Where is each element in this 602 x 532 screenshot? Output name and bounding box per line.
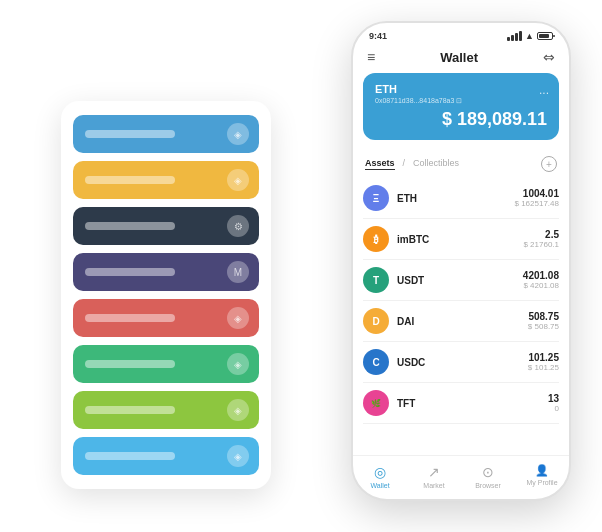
asset-values-usdt: 4201.08 $ 4201.08: [523, 270, 559, 290]
asset-amount-usdt: 4201.08: [523, 270, 559, 281]
asset-values-dai: 508.75 $ 508.75: [528, 311, 559, 331]
nav-wallet[interactable]: ◎ Wallet: [353, 464, 407, 489]
asset-row-imbtc[interactable]: ₿ imBTC 2.5 $ 21760.1: [363, 219, 559, 260]
asset-amount-imbtc: 2.5: [523, 229, 559, 240]
phone-mockup: 9:41 ▲ ≡ Wallet ⇔ ET: [351, 21, 571, 501]
card-line: [85, 268, 175, 276]
tab-assets[interactable]: Assets: [365, 158, 395, 170]
card-item-icon: ◈: [227, 123, 249, 145]
card-item-icon: ⚙: [227, 215, 249, 237]
more-icon[interactable]: ...: [539, 83, 549, 97]
card-stack: ◈ ◈ ⚙ M ◈ ◈ ◈ ◈: [61, 101, 271, 489]
asset-amount-tft: 13: [548, 393, 559, 404]
card-item[interactable]: ◈: [73, 161, 259, 199]
asset-values-usdc: 101.25 $ 101.25: [528, 352, 559, 372]
asset-name-eth: ETH: [397, 193, 515, 204]
asset-values-tft: 13 0: [548, 393, 559, 413]
status-bar: 9:41 ▲: [353, 23, 569, 45]
market-nav-icon: ↗: [428, 464, 440, 480]
asset-values-eth: 1004.01 $ 162517.48: [515, 188, 560, 208]
card-line: [85, 452, 175, 460]
eth-ticker: ETH: [375, 83, 547, 95]
asset-usd-tft: 0: [548, 404, 559, 413]
asset-row-usdc[interactable]: C USDC 101.25 $ 101.25: [363, 342, 559, 383]
market-nav-label: Market: [423, 482, 444, 489]
profile-nav-label: My Profile: [526, 479, 557, 486]
wallet-nav-label: Wallet: [370, 482, 389, 489]
card-line: [85, 176, 175, 184]
imbtc-icon: ₿: [363, 226, 389, 252]
card-item[interactable]: ◈: [73, 345, 259, 383]
asset-usd-usdt: $ 4201.08: [523, 281, 559, 290]
card-item-icon: ◈: [227, 307, 249, 329]
asset-name-tft: TFT: [397, 398, 548, 409]
card-line: [85, 130, 175, 138]
page-title: Wallet: [440, 50, 478, 65]
asset-amount-eth: 1004.01: [515, 188, 560, 199]
card-item[interactable]: ◈: [73, 391, 259, 429]
card-item-icon: ◈: [227, 169, 249, 191]
nav-bar: ≡ Wallet ⇔: [353, 45, 569, 73]
asset-amount-usdc: 101.25: [528, 352, 559, 363]
asset-usd-imbtc: $ 21760.1: [523, 240, 559, 249]
bottom-nav: ◎ Wallet ↗ Market ⊙ Browser 👤 My Profile: [353, 455, 569, 499]
nav-profile[interactable]: 👤 My Profile: [515, 464, 569, 489]
asset-usd-usdc: $ 101.25: [528, 363, 559, 372]
card-line: [85, 314, 175, 322]
card-item-icon: ◈: [227, 445, 249, 467]
signal-icon: [507, 31, 522, 41]
profile-nav-icon: 👤: [535, 464, 549, 477]
usdt-icon: T: [363, 267, 389, 293]
eth-address: 0x08711d38...8418a78a3 ⊡: [375, 97, 547, 105]
eth-balance: $ 189,089.11: [375, 109, 547, 130]
asset-row-tft[interactable]: 🌿 TFT 13 0: [363, 383, 559, 424]
tab-separator: /: [403, 158, 406, 170]
card-item[interactable]: ◈: [73, 437, 259, 475]
asset-list: Ξ ETH 1004.01 $ 162517.48 ₿ imBTC 2.5 $ …: [353, 178, 569, 455]
card-line: [85, 406, 175, 414]
card-item[interactable]: ⚙: [73, 207, 259, 245]
card-item[interactable]: ◈: [73, 115, 259, 153]
asset-usd-eth: $ 162517.48: [515, 199, 560, 208]
status-time: 9:41: [369, 31, 387, 41]
card-line: [85, 360, 175, 368]
browser-nav-label: Browser: [475, 482, 501, 489]
asset-name-usdt: USDT: [397, 275, 523, 286]
card-item-icon: ◈: [227, 353, 249, 375]
asset-values-imbtc: 2.5 $ 21760.1: [523, 229, 559, 249]
tft-icon: 🌿: [363, 390, 389, 416]
status-icons: ▲: [507, 31, 553, 41]
card-item[interactable]: ◈: [73, 299, 259, 337]
card-item-icon: M: [227, 261, 249, 283]
tab-collectibles[interactable]: Collectibles: [413, 158, 459, 170]
dai-icon: D: [363, 308, 389, 334]
asset-name-usdc: USDC: [397, 357, 528, 368]
browser-nav-icon: ⊙: [482, 464, 494, 480]
asset-amount-dai: 508.75: [528, 311, 559, 322]
nav-browser[interactable]: ⊙ Browser: [461, 464, 515, 489]
asset-usd-dai: $ 508.75: [528, 322, 559, 331]
eth-card[interactable]: ETH 0x08711d38...8418a78a3 ⊡ $ 189,089.1…: [363, 73, 559, 140]
asset-name-imbtc: imBTC: [397, 234, 523, 245]
assets-tabs: Assets / Collectibles: [365, 158, 459, 170]
asset-row-eth[interactable]: Ξ ETH 1004.01 $ 162517.48: [363, 178, 559, 219]
asset-row-dai[interactable]: D DAI 508.75 $ 508.75: [363, 301, 559, 342]
add-asset-button[interactable]: +: [541, 156, 557, 172]
assets-header: Assets / Collectibles +: [353, 150, 569, 178]
usdc-icon: C: [363, 349, 389, 375]
wifi-icon: ▲: [525, 31, 534, 41]
battery-icon: [537, 32, 553, 40]
nav-market[interactable]: ↗ Market: [407, 464, 461, 489]
card-item[interactable]: M: [73, 253, 259, 291]
wallet-nav-icon: ◎: [374, 464, 386, 480]
card-item-icon: ◈: [227, 399, 249, 421]
card-line: [85, 222, 175, 230]
asset-name-dai: DAI: [397, 316, 528, 327]
expand-icon[interactable]: ⇔: [543, 49, 555, 65]
hamburger-icon[interactable]: ≡: [367, 49, 375, 65]
asset-row-usdt[interactable]: T USDT 4201.08 $ 4201.08: [363, 260, 559, 301]
eth-icon: Ξ: [363, 185, 389, 211]
scene: ◈ ◈ ⚙ M ◈ ◈ ◈ ◈: [31, 21, 571, 511]
